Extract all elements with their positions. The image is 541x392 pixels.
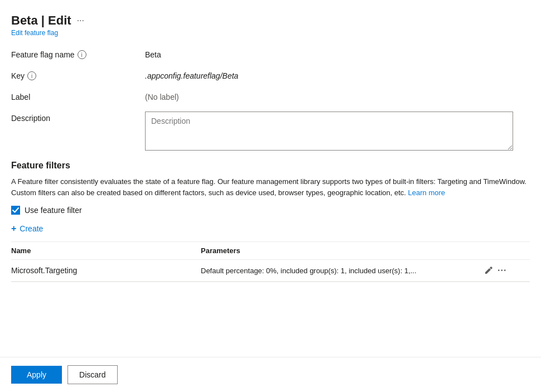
apply-button[interactable]: Apply	[11, 366, 62, 384]
feature-flag-name-value: Beta	[145, 48, 161, 59]
edit-row-button[interactable]	[484, 266, 493, 275]
checkmark-icon	[12, 207, 19, 214]
description-label: Description	[11, 112, 145, 123]
feature-flag-name-label: Feature flag name i	[11, 48, 145, 59]
description-row: Description	[11, 112, 530, 151]
label-label: Label	[11, 90, 145, 101]
key-row: Key i .appconfig.featureflag/Beta	[11, 69, 530, 80]
key-value: .appconfig.featureflag/Beta	[145, 69, 238, 80]
learn-more-link[interactable]: Learn more	[408, 188, 445, 197]
subtitle: Edit feature flag	[11, 29, 530, 37]
key-info-icon[interactable]: i	[27, 71, 36, 80]
ellipsis-menu[interactable]: ···	[77, 16, 84, 26]
label-value: (No label)	[145, 90, 179, 101]
create-row[interactable]: + Create	[11, 224, 530, 234]
table-header: Name Parameters	[11, 242, 530, 260]
col-name-header: Name	[11, 246, 201, 255]
feature-flag-name-info-icon[interactable]: i	[78, 50, 86, 59]
use-feature-filter-checkbox[interactable]	[11, 206, 20, 215]
row-params: Default percentage: 0%, included group(s…	[201, 267, 480, 275]
table-rows: Microsoft.Targeting Default percentage: …	[11, 260, 530, 282]
discard-button[interactable]: Discard	[67, 365, 117, 384]
row-params-wrapper: Default percentage: 0%, included group(s…	[201, 265, 530, 275]
col-params-header: Parameters	[201, 246, 530, 255]
use-feature-filter-label: Use feature filter	[25, 206, 82, 215]
create-label: Create	[20, 224, 43, 233]
title-text: Beta | Edit	[11, 13, 71, 28]
more-actions-button[interactable]: ···	[497, 265, 506, 275]
plus-icon: +	[11, 224, 16, 234]
row-actions: ···	[484, 265, 506, 275]
use-feature-filter-row: Use feature filter	[11, 206, 530, 215]
feature-flag-name-row: Feature flag name i Beta	[11, 48, 530, 59]
description-input[interactable]	[145, 112, 513, 151]
key-label: Key i	[11, 69, 145, 80]
row-name: Microsoft.Targeting	[11, 266, 201, 275]
label-row: Label (No label)	[11, 90, 530, 101]
page-title: Beta | Edit ···	[11, 13, 530, 28]
feature-filters-description: A Feature filter consistently evaluates …	[11, 176, 530, 198]
feature-filters-title: Feature filters	[11, 161, 530, 171]
footer: Apply Discard	[0, 357, 541, 392]
table-row: Microsoft.Targeting Default percentage: …	[11, 260, 530, 282]
